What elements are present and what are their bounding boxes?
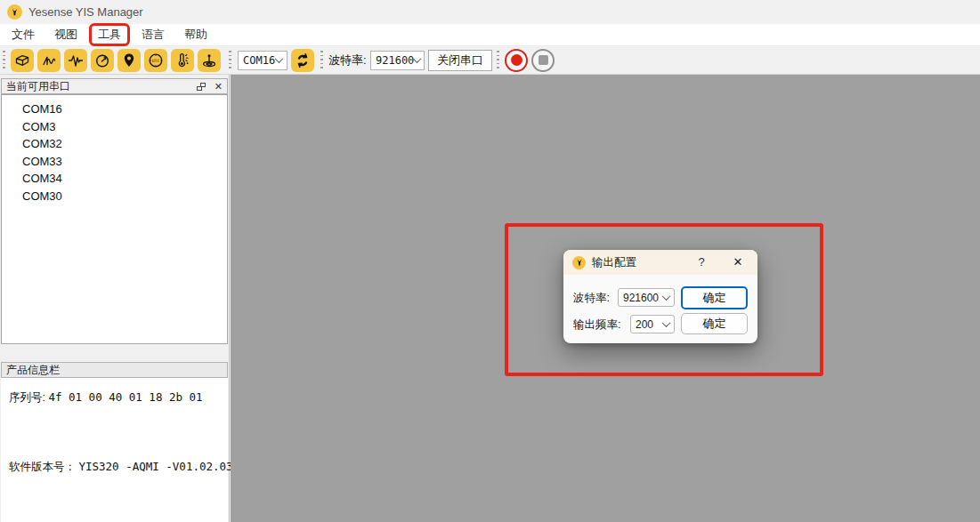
baud-rate-label: 波特率:	[328, 52, 367, 68]
dialog-close-icon[interactable]: ✕	[729, 254, 747, 270]
dialog-baud-ok-button[interactable]: 确定	[681, 286, 748, 309]
dialog-baud-label: 波特率:	[573, 291, 610, 306]
app-window: Yesense YIS Manager 文件 视图 工具 语言 帮助	[0, 0, 980, 522]
software-version-label: 软件版本号：	[9, 461, 76, 473]
info-panel-content: 序列号: 4f 01 00 40 01 18 2b 01 软件版本号： YIS3…	[1, 378, 228, 522]
serial-number-value: 4f 01 00 40 01 18 2b 01	[48, 390, 202, 404]
app-logo-icon	[7, 4, 22, 20]
window-title: Yesense YIS Manager	[28, 5, 143, 19]
left-dock-panel: 当前可用串口 ✕ COM16 COM3 COM32 COM33 COM34 CO…	[0, 75, 230, 522]
menu-help[interactable]: 帮助	[177, 25, 215, 44]
dialog-baud-select[interactable]: 921600	[618, 288, 675, 307]
software-version-value: YIS320 -AQMI -V01.02.03;	[78, 460, 239, 473]
refresh-ports-icon[interactable]	[291, 49, 314, 72]
cube-3d-icon[interactable]	[11, 49, 34, 72]
stop-button[interactable]	[531, 49, 555, 72]
chevron-down-icon	[413, 54, 422, 63]
menu-view[interactable]: 视图	[47, 25, 85, 44]
dialog-title: 输出配置	[592, 255, 636, 270]
float-panel-icon[interactable]	[197, 83, 206, 91]
port-select-value: COM16	[243, 54, 275, 67]
view-icon-group: UTC	[11, 49, 221, 72]
gauge-icon[interactable]	[91, 49, 114, 72]
attitude-waveform-icon[interactable]	[37, 49, 61, 72]
svg-text:UTC: UTC	[152, 59, 160, 63]
toolbar: UTC COM16	[0, 46, 980, 75]
output-config-dialog: 输出配置 ? ✕ 波特率: 921600 确定 输出频率: 200 确定	[563, 250, 757, 343]
level-calibration-icon[interactable]	[198, 49, 221, 72]
record-icon	[511, 54, 522, 66]
port-select[interactable]: COM16	[238, 51, 288, 70]
title-bar: Yesense YIS Manager	[0, 0, 980, 24]
chevron-down-icon	[662, 292, 671, 301]
port-list: COM16 COM3 COM32 COM33 COM34 COM30	[1, 94, 228, 344]
close-panel-icon[interactable]: ✕	[215, 82, 223, 92]
baud-rate-value: 921600	[376, 54, 414, 67]
location-pin-icon[interactable]	[117, 49, 141, 72]
ports-panel-header: 当前可用串口 ✕	[1, 78, 228, 94]
dialog-freq-ok-button[interactable]: 确定	[681, 313, 748, 334]
close-serial-port-button[interactable]: 关闭串口	[428, 50, 492, 71]
menu-file[interactable]: 文件	[4, 25, 42, 44]
chevron-down-icon	[662, 318, 671, 327]
menu-bar: 文件 视图 工具 语言 帮助	[0, 24, 980, 46]
port-list-item[interactable]: COM32	[2, 135, 227, 153]
port-list-item[interactable]: COM16	[2, 100, 227, 118]
port-list-item[interactable]: COM34	[2, 170, 227, 188]
port-list-item[interactable]: COM33	[2, 153, 227, 171]
dialog-freq-select[interactable]: 200	[630, 315, 675, 333]
stop-icon	[539, 55, 548, 65]
dialog-logo-icon	[572, 256, 586, 269]
signal-waveform-icon[interactable]	[64, 49, 87, 72]
dialog-freq-label: 输出频率:	[573, 317, 620, 333]
chevron-down-icon	[275, 54, 284, 63]
utc-clock-icon[interactable]: UTC	[144, 49, 167, 72]
toolbar-grip[interactable]	[497, 51, 499, 70]
ports-panel-title: 当前可用串口	[6, 79, 70, 94]
toolbar-grip[interactable]	[3, 51, 5, 70]
serial-number-label: 序列号:	[9, 391, 45, 404]
dialog-freq-value: 200	[636, 318, 653, 331]
serial-number-line: 序列号: 4f 01 00 40 01 18 2b 01	[9, 390, 203, 406]
info-panel-header: 产品信息栏	[1, 362, 228, 378]
port-list-item[interactable]: COM3	[2, 118, 227, 136]
dialog-help-button[interactable]: ?	[693, 254, 709, 270]
info-panel-title: 产品信息栏	[6, 363, 60, 378]
baud-rate-select[interactable]: 921600	[370, 51, 425, 70]
menu-language[interactable]: 语言	[134, 25, 172, 44]
dialog-baud-value: 921600	[623, 292, 659, 304]
toolbar-grip[interactable]	[320, 51, 323, 70]
port-list-item[interactable]: COM30	[2, 188, 227, 205]
software-version-line: 软件版本号： YIS320 -AQMI -V01.02.03;	[9, 460, 239, 475]
temperature-icon[interactable]	[171, 49, 194, 72]
toolbar-grip[interactable]	[229, 51, 231, 70]
record-button[interactable]	[505, 49, 528, 72]
menu-tools[interactable]: 工具	[89, 23, 130, 46]
